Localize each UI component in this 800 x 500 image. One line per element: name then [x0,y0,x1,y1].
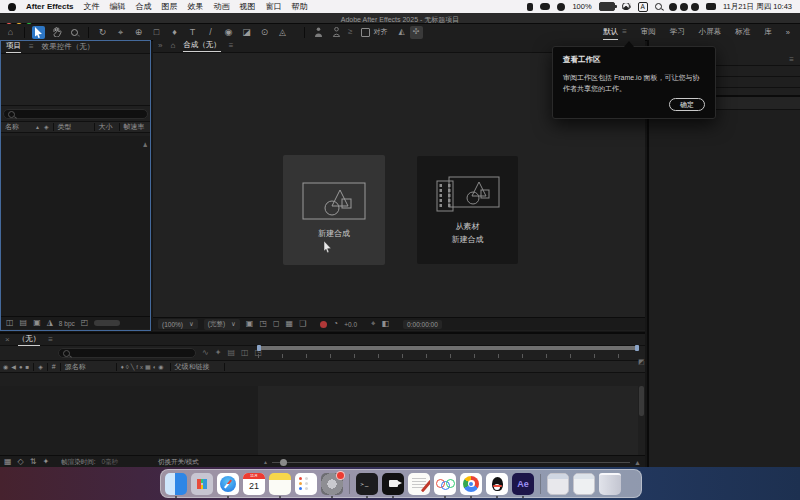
clone-stamp-tool[interactable]: ◉ [222,26,235,39]
workspace-tab-learn[interactable]: 学习 [670,25,685,39]
control-center-icon[interactable] [706,3,716,10]
time-ruler[interactable] [258,354,638,358]
draft-3d-icon[interactable]: ✦ [215,349,222,357]
dock-safari-icon[interactable] [217,473,239,495]
selection-tool[interactable] [32,26,45,39]
tab-project[interactable]: 项目 [6,41,21,53]
rulers-icon[interactable]: ❑ [299,320,306,328]
eraser-tool[interactable]: ◪ [240,26,253,39]
snapshot-camera-icon[interactable]: ⌖ [371,320,376,328]
workspace-tab-standard[interactable]: 标准 [735,25,750,39]
tab-effect-controls[interactable]: 效果控件（无） [42,42,95,52]
preview-timecode[interactable]: 0:00:00:00 [403,320,442,329]
input-method-badge[interactable]: A [638,2,648,12]
dock-reminders-icon[interactable] [295,473,317,495]
dock-chrome-icon[interactable] [460,473,482,495]
spotlight-search-icon[interactable] [655,3,662,10]
brush-tool[interactable]: / [204,26,217,39]
pen-tool[interactable]: ♦ [168,26,181,39]
exposure-value[interactable]: +0.0 [344,321,357,328]
battery-icon[interactable] [599,2,615,11]
menu-view[interactable]: 视图 [240,1,256,12]
audio-icon[interactable]: ◀ [11,364,16,370]
mask-visibility-icon[interactable]: ◻ [273,320,280,328]
dock-minimized-window-1[interactable] [547,473,569,495]
label-icon[interactable]: ◈ [38,364,43,370]
dock-terminal-icon[interactable]: ＞_ [356,473,378,495]
tab-composition[interactable]: 合成（无） [183,40,221,52]
recording-status-icons[interactable] [669,3,699,11]
roto-brush-tool[interactable]: ⊙ [258,26,271,39]
workspace-overflow-icon[interactable]: » [786,26,790,39]
composition-mini-flowchart-icon[interactable]: ∿ [202,349,209,357]
column-framerate[interactable]: 帧速率 [124,122,145,132]
workspace-tab-libraries[interactable]: 库 [764,25,772,39]
timeline-zoom-slider[interactable]: ▲ ▲ [263,459,641,466]
guides-icon[interactable]: ▦ [286,320,294,328]
resolution-dropdown[interactable]: (完整)∨ [204,319,240,330]
video-eye-icon[interactable]: ◉ [3,364,8,370]
mask-mode-icon[interactable]: ≥ [348,28,352,36]
expand-layers-icon[interactable]: ⇅ [30,458,37,466]
menu-file[interactable]: 文件 [84,1,100,12]
dock-settings-icon[interactable] [321,473,343,495]
apple-menu-icon[interactable] [8,3,16,11]
binoculars-icon[interactable] [540,3,550,10]
layer-switches-icons[interactable]: ♦◊╲fx▦◐◉ [121,364,166,370]
menu-layer[interactable]: 图层 [162,1,178,12]
workspace-tab-review[interactable]: 审阅 [641,25,656,39]
character-person-icon[interactable] [330,26,343,39]
dock-after-effects-icon[interactable]: Ae [512,473,534,495]
channel-icon[interactable] [320,321,327,328]
flowchart-icon[interactable]: ♟ [143,142,148,148]
dock-calendar-icon[interactable]: 11月 21 [243,473,265,495]
project-settings-icon[interactable]: ◮ [47,319,53,327]
column-source-name[interactable]: 源名称 [65,362,86,372]
zoom-tool[interactable] [68,26,81,39]
workspace-tab-default[interactable]: 默认 [603,25,618,40]
tab-timeline[interactable]: （无） [18,334,41,346]
new-composition-icon[interactable]: ▣ [33,319,41,327]
dock-textedit-icon[interactable] [408,473,430,495]
bit-depth-button[interactable]: 8 bpc [59,320,75,327]
lock-icon[interactable]: ■ [26,364,30,370]
toggle-switches-modes-button[interactable]: 切换开关/模式 [158,458,199,467]
dock-minimized-window-2[interactable] [573,473,595,495]
hand-tool[interactable] [50,26,63,39]
new-composition-button[interactable]: 新建合成 [283,155,385,265]
menu-window[interactable]: 窗口 [266,1,282,12]
new-folder-icon[interactable]: ▤ [20,319,28,327]
timeline-search-input[interactable] [58,348,196,358]
effects-presets-panel-body[interactable] [649,110,800,468]
composition-flowchart-icon[interactable]: ◇ [18,458,24,466]
comp-marker-bin-icon[interactable]: ◩ [638,358,645,365]
track-area[interactable] [258,386,638,455]
dock-qq-icon[interactable] [486,473,508,495]
snapping-checkbox[interactable] [361,28,370,37]
dock-screen-recorder-icon[interactable] [382,473,404,495]
workspace-tab-small-screen[interactable]: 小屏幕 [699,25,722,39]
graph-editor-icon[interactable]: ✦ [42,458,49,466]
transparency-grid-icon[interactable]: ◳ [259,320,267,328]
column-type[interactable]: 类型 [58,122,72,132]
magnification-dropdown[interactable]: (100%)∨ [158,319,198,329]
layer-list-area[interactable] [0,386,258,455]
workspace-menu-icon[interactable]: ≡ [622,28,627,36]
menu-help[interactable]: 帮助 [292,1,308,12]
render-queue-icon[interactable]: ▦ [4,458,12,466]
info-panel-menu-icon[interactable]: ≡ [789,56,794,64]
panel-chevron-icon[interactable]: » [158,42,162,50]
column-name[interactable]: 名称 [5,122,19,132]
camera-tool[interactable]: ⌖ [114,26,127,39]
zoom-slider-handle[interactable] [280,459,287,466]
comp-home-icon[interactable]: ⌂ [170,42,175,50]
label-color-icon[interactable]: ◈ [44,124,49,130]
column-parent-link[interactable]: 父级和链接 [175,362,210,372]
dock-notes-icon[interactable] [269,473,291,495]
puppet-pin-tool[interactable]: ◬ [276,26,289,39]
project-item-list[interactable] [1,136,150,316]
solo-icon[interactable]: ● [19,364,23,370]
timeline-close-icon[interactable]: × [5,336,10,344]
exposure-icon[interactable]: ◔ [333,320,338,328]
frame-blending-icon[interactable]: ◫ [241,349,249,357]
